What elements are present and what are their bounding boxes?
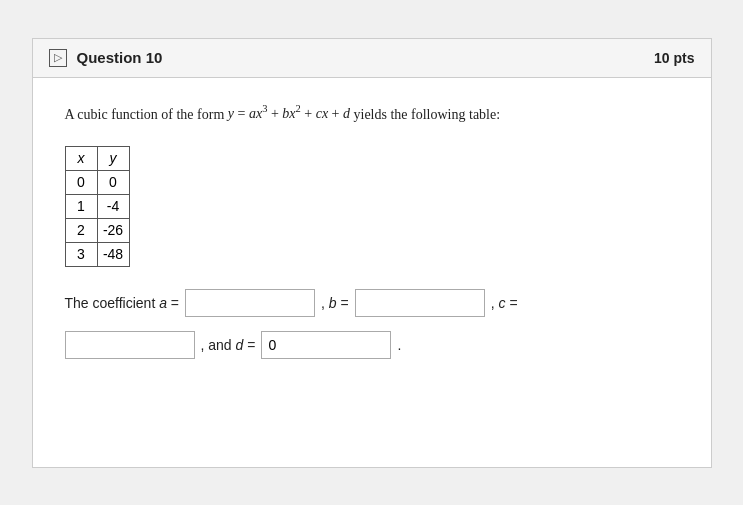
input-d[interactable] — [261, 331, 391, 359]
question-header-left: ▷ Question 10 — [49, 49, 163, 67]
question-pts: 10 pts — [654, 50, 694, 66]
question-title: Question 10 — [77, 49, 163, 66]
table-container: x y 0 0 1 -4 2 -26 — [65, 146, 679, 267]
question-card: ▷ Question 10 10 pts A cubic function of… — [32, 38, 712, 468]
col-header-x: x — [65, 146, 97, 170]
question-header: ▷ Question 10 10 pts — [33, 39, 711, 78]
input-a[interactable] — [185, 289, 315, 317]
question-icon: ▷ — [49, 49, 67, 67]
table-header-row: x y — [65, 146, 129, 170]
question-body: A cubic function of the form y = ax3 + b… — [33, 78, 711, 391]
table-row: 2 -26 — [65, 218, 129, 242]
data-table: x y 0 0 1 -4 2 -26 — [65, 146, 130, 267]
statement-post: yields the following table: — [350, 106, 500, 121]
period-label: . — [397, 337, 401, 353]
table-cell: 1 — [65, 194, 97, 218]
table-cell: 3 — [65, 242, 97, 266]
statement-pre: A cubic function of the form — [65, 106, 228, 121]
table-cell: -4 — [97, 194, 129, 218]
and-label: , and d = — [201, 337, 256, 353]
table-cell: -26 — [97, 218, 129, 242]
coeff-b-label: , b = — [321, 295, 349, 311]
table-cell: -48 — [97, 242, 129, 266]
coeff-c-label: , c = — [491, 295, 518, 311]
table-cell: 0 — [65, 170, 97, 194]
problem-statement: A cubic function of the form y = ax3 + b… — [65, 102, 679, 126]
table-row: 1 -4 — [65, 194, 129, 218]
coeff-a-label-text: The coefficient a = — [65, 295, 180, 311]
table-row: 0 0 — [65, 170, 129, 194]
table-row: 3 -48 — [65, 242, 129, 266]
coefficients-row-1: The coefficient a = , b = , c = — [65, 289, 679, 317]
input-c[interactable] — [65, 331, 195, 359]
statement-math: y = ax3 + bx2 + cx + d — [228, 106, 350, 121]
table-cell: 0 — [97, 170, 129, 194]
coefficients-row-2: , and d = . — [65, 331, 679, 359]
table-cell: 2 — [65, 218, 97, 242]
input-b[interactable] — [355, 289, 485, 317]
col-header-y: y — [97, 146, 129, 170]
